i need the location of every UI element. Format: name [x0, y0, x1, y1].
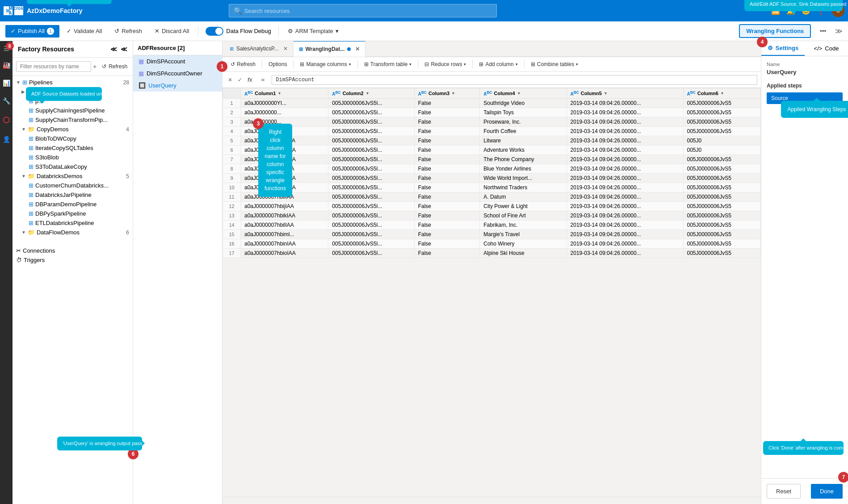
ellipsis-button[interactable]: •••	[814, 25, 831, 37]
dim-sp-account-item[interactable]: ▦ DimSPAccount	[133, 55, 222, 67]
code-tab[interactable]: </> Code	[805, 41, 848, 56]
col-header-6[interactable]: ABC Column6 ▾	[683, 88, 761, 99]
db-param-demo[interactable]: ⊞ DBParamDemoPipeline	[13, 200, 133, 209]
db-pyspark[interactable]: ⊞ DBPySparkPipeline	[13, 209, 133, 218]
collapse-right-icon[interactable]: ≫	[835, 27, 843, 35]
s3-blob-label: S3toBlob	[35, 154, 59, 161]
code-tab-label: Code	[825, 45, 839, 52]
user-icon[interactable]: 👤	[1, 134, 12, 145]
collapse-panel-icon[interactable]: ≪	[110, 46, 117, 53]
data-grid-container[interactable]: 3 Right click column name for column spe…	[222, 88, 761, 497]
dataflow-debug-toggle[interactable]: Data Flow Debug	[206, 27, 271, 36]
data-sep-3	[357, 60, 358, 69]
col-header-2[interactable]: ABC Column2 ▾	[328, 88, 414, 99]
global-search[interactable]: 🔍	[229, 4, 497, 17]
triggers-item[interactable]: ⏱ Triggers	[13, 255, 133, 265]
databricks-section[interactable]: ▼ 📁 DatabricksDemos 5	[13, 171, 133, 181]
formula-input[interactable]	[272, 75, 757, 85]
col-header-4[interactable]: ABC Column4 ▾	[480, 88, 567, 99]
toggle-track[interactable]	[206, 27, 223, 36]
col1-cell: a0aJ0000007hbinIAA	[241, 239, 328, 249]
pipeline-icon: ⊞	[22, 79, 27, 86]
customer-churn[interactable]: ⊞ CustomerChurnDatabricks...	[13, 181, 133, 190]
etl-databricks[interactable]: ⊞ ETLDatabricksPipeline	[13, 218, 133, 228]
transform-table-button[interactable]: ⊞ Transform table ▾	[360, 59, 416, 70]
validate-icon: ✓	[67, 28, 71, 34]
reduce-caret: ▾	[464, 62, 466, 67]
factory-header: Factory Resources ≪ ≪	[13, 41, 133, 58]
reduce-rows-button[interactable]: ⊟ Reduce rows ▾	[420, 59, 470, 70]
refresh-icon-data: ↺	[231, 61, 235, 67]
iterate-copy[interactable]: ⊞ IterateCopySQLTables	[13, 143, 133, 153]
publish-all-button[interactable]: ✓ Publish All 1	[5, 25, 59, 37]
table-row: 7 a0aJ0000007hbieIAA 005J0000006JvS5l...…	[223, 155, 761, 164]
data-options-button[interactable]: Options	[264, 59, 291, 70]
done-tooltip: Click 'Done' after wrangling is complete	[763, 441, 844, 455]
dataflow-section[interactable]: ▼ 📁 DataFlowDemos 6	[13, 228, 133, 237]
grid-scroll[interactable]	[222, 497, 761, 504]
col5-cell: 2019-03-14 09:04:26.00000...	[567, 230, 683, 239]
combine-tables-button[interactable]: ⊞ Combine tables ▾	[526, 59, 583, 70]
tab-close-1[interactable]: ✕	[283, 46, 288, 52]
table-row: 12 a0aJ0000007hbijIAA 005J0000006JvS5l..…	[223, 202, 761, 211]
manage-columns-button[interactable]: ⊞ Manage columns ▾	[295, 59, 355, 70]
databricks-jar[interactable]: ⊞ DatabricksJarPipeline	[13, 190, 133, 200]
col2-cell: 005J0000006JvS5l...	[328, 174, 414, 183]
copy-demos-count: 4	[126, 126, 129, 133]
wrangling-functions-button[interactable]: Wrangling Functions	[739, 24, 811, 38]
copy-demos-section[interactable]: ▼ 📁 CopyDemos 4	[13, 125, 133, 134]
factory-refresh-button[interactable]: ↺ Refresh	[98, 62, 131, 71]
user-query-item[interactable]: 🔲 UserQuery	[133, 79, 222, 92]
col-header-3[interactable]: ABC Column3 ▾	[414, 88, 480, 99]
s3-to-datalake[interactable]: ⊞ S3ToDataLakeCopy	[13, 162, 133, 171]
col6-cell: 005J0000006JvS5	[683, 221, 761, 230]
col5-cell: 2019-03-14 09:04:26.00000...	[567, 108, 683, 117]
add-resource-icon[interactable]: +	[93, 63, 97, 70]
accept-formula-icon[interactable]: ✓	[236, 76, 244, 84]
col3-cell: False	[414, 99, 480, 108]
transform-icon: ⊞	[364, 61, 369, 67]
factory-search-input[interactable]	[16, 61, 91, 72]
discard-all-button[interactable]: ✕ Discard All	[149, 25, 194, 37]
data-sep-2	[293, 60, 294, 69]
refresh-button[interactable]: ↺ Refresh	[109, 25, 147, 37]
dataflow-label: DataFlowDemos	[37, 229, 80, 236]
pipelines-section[interactable]: ▼ ⊞ Pipelines 28	[13, 78, 133, 87]
arm-template-button[interactable]: ⚙ ARM Template ▾	[282, 25, 344, 37]
validate-all-button[interactable]: ✓ Validate All	[61, 25, 107, 37]
add-column-button[interactable]: ⊞ Add column ▾	[474, 59, 522, 70]
collapse-panel-icon-2[interactable]: ≪	[121, 46, 127, 53]
dim-sp-account-owner-label: DimSPAccountOwner	[147, 70, 202, 77]
tab-close-2[interactable]: ✕	[355, 46, 360, 52]
supply-chain-transform-2[interactable]: ⊞ SupplyChainTransformPip...	[13, 115, 133, 125]
add-col-caret: ▾	[516, 62, 518, 67]
tools-icon[interactable]: 🔧	[1, 96, 12, 106]
connections-item[interactable]: ✂ Connections	[13, 246, 133, 255]
settings-icon: ⚙	[768, 45, 773, 51]
monitor-icon[interactable]: 📊	[1, 78, 12, 88]
search-input[interactable]	[244, 8, 492, 14]
data-factory-icon[interactable]: ⬡	[1, 113, 12, 127]
tab-wrangling-data[interactable]: ⊞ WranglingDat... ✕	[294, 41, 366, 57]
factory-icon[interactable]: 🏭	[1, 60, 12, 71]
col5-cell: 2019-03-14 09:04:26.00000...	[567, 127, 683, 136]
col-header-1[interactable]: ABC Column1 ▾	[241, 88, 328, 99]
supply-chain-transform[interactable]: ⊞ SupplyChainIngestPipeline	[13, 106, 133, 115]
dim-sp-account-owner-item[interactable]: ▦ DimSPAccountOwner	[133, 67, 222, 79]
blob-to-dw[interactable]: ⊞ BlobToDWCopy	[13, 134, 133, 143]
tab-sales-analytics[interactable]: ⊞ SalesAnalyticsP... ✕	[224, 41, 294, 57]
col4-cell: School of Fine Art	[480, 211, 567, 221]
done-button[interactable]: Done	[811, 484, 843, 499]
cancel-formula-icon[interactable]: ✕	[226, 76, 234, 84]
col1-cell: a0aJ0000007hbiml...	[241, 230, 328, 239]
col-header-5[interactable]: ABC Column5 ▾	[567, 88, 683, 99]
pipeline-icon-db-2: ⊞	[29, 192, 34, 198]
reset-button[interactable]: Reset	[767, 484, 801, 499]
user-query-icon: 🔲	[139, 82, 146, 89]
row-num-cell: 1	[223, 99, 241, 108]
s3-to-blob[interactable]: ⊞ S3toBlob	[13, 153, 133, 162]
settings-tab[interactable]: ⚙ Settings	[761, 41, 805, 56]
data-refresh-button[interactable]: ↺ Refresh	[226, 59, 260, 70]
col2-cell: 005J0000006JvS5l...	[328, 221, 414, 230]
data-sep-6	[524, 60, 525, 69]
